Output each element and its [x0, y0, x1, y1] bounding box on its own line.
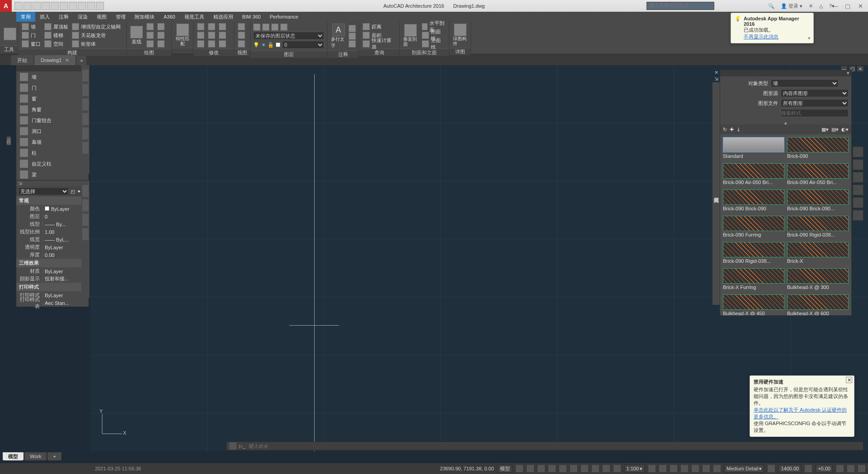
status-snap-icon[interactable] [527, 465, 534, 472]
style-cell-6[interactable]: Brick-090 Furring [723, 216, 784, 239]
stair-button[interactable]: 楼梯 [43, 31, 69, 39]
style-cell-5[interactable]: Brick-090 Brick-090... [787, 190, 849, 213]
layer-combo[interactable]: 0 [282, 41, 324, 49]
qat-project-icon[interactable] [78, 2, 86, 10]
nav-full-icon[interactable] [853, 147, 863, 157]
sb-src-select[interactable]: 内容库图形 [781, 89, 849, 97]
tab-addins[interactable]: 附加模块 [130, 12, 159, 22]
style-cell-7[interactable]: Brick-090 Rigid-038... [787, 216, 849, 239]
layerstate-combo[interactable]: 未保存的图层状态 [253, 32, 324, 40]
status-custom-icon[interactable] [858, 465, 865, 472]
props-section[interactable]: 三维效果– [16, 259, 89, 267]
detailcomp-button[interactable]: 详图构件 [452, 23, 468, 47]
style-cell-2[interactable]: Brick-090 Air-050 Bri... [723, 163, 784, 187]
search-button[interactable]: 🔍 [766, 2, 776, 10]
qat-redo-icon[interactable] [69, 2, 77, 10]
sb-menu-icon[interactable]: ▾ [847, 70, 849, 76]
qat-saveas-icon[interactable] [42, 2, 50, 10]
ceiling-button[interactable]: 天花板龙骨 [71, 31, 122, 39]
polyline-button[interactable] [146, 23, 155, 31]
status-cut[interactable]: +0.00 [816, 465, 833, 473]
sb-viewmode-icon[interactable]: ▦▾ [821, 127, 829, 133]
close-button[interactable]: ✕ [854, 2, 866, 10]
search-input[interactable] [647, 2, 714, 8]
tp-tab4[interactable] [82, 113, 89, 125]
status-elev-icon[interactable] [768, 465, 775, 472]
props-section[interactable]: 打印样式– [16, 283, 89, 291]
status-replace-icon[interactable] [836, 465, 844, 472]
space-button[interactable]: 空间 [43, 40, 69, 48]
status-clean-icon[interactable] [847, 465, 854, 472]
hatch-button[interactable] [156, 40, 165, 48]
signin-button[interactable]: 👤 登录 ▾ [779, 2, 804, 10]
status-3dosnap-icon[interactable] [570, 465, 577, 472]
window-button[interactable]: 窗口 [21, 40, 42, 48]
move-button[interactable] [196, 23, 205, 31]
doc-close-button[interactable]: ✕ [857, 66, 863, 71]
stylebrowser-pin[interactable]: ⇲ [712, 76, 720, 82]
status-qs-icon[interactable] [703, 465, 710, 472]
distance-button[interactable]: 距离 [362, 23, 396, 31]
status-space[interactable]: 模型 [498, 465, 512, 473]
status-tpy-icon[interactable] [613, 465, 621, 472]
qat-save-icon[interactable] [33, 2, 41, 10]
props-quick-icon[interactable]: ✦ [77, 189, 81, 194]
props-row[interactable]: 材质ByLayer [16, 267, 89, 275]
props-tab1[interactable] [82, 185, 89, 197]
drawing-canvas[interactable]: — ▢ ✕ Y X 北 南 西 东 上 WCS [90, 65, 868, 451]
sb-import-icon[interactable]: ⤓ [736, 127, 741, 133]
infocenter-search[interactable] [646, 2, 714, 10]
props-selector[interactable]: 无选择 [18, 187, 69, 195]
line-button[interactable]: 直线 [129, 25, 144, 46]
props-row[interactable]: 厚度0.00 [16, 251, 89, 259]
copy-button[interactable] [196, 31, 205, 39]
rect-button[interactable] [156, 23, 165, 31]
sb-sort-icon[interactable]: ▤▾ [831, 127, 839, 133]
qat-match-icon[interactable] [87, 2, 95, 10]
status-hw-icon[interactable] [681, 465, 688, 472]
view-btn1[interactable] [237, 23, 246, 31]
door-button[interactable]: 门 [21, 31, 42, 39]
status-ws-icon[interactable] [670, 465, 677, 472]
box-button[interactable]: 矩形体 [71, 40, 122, 48]
wall-button[interactable]: 墙 [21, 23, 42, 31]
notif2-close[interactable]: ✕ [846, 377, 852, 383]
tab-featured[interactable]: 精选应用 [209, 12, 238, 22]
style-cell-0[interactable]: Standard [723, 137, 784, 161]
tab-manage[interactable]: 管理 [111, 12, 130, 22]
scale-button[interactable] [207, 40, 216, 48]
style-cell-3[interactable]: Brick-090 Air-050 Bri... [787, 163, 849, 187]
tab-close-icon[interactable]: ✕ [65, 57, 69, 63]
tab-home[interactable]: 常用 [16, 12, 35, 22]
layerfrz-icon[interactable] [271, 24, 278, 31]
status-ortho-icon[interactable] [538, 465, 545, 472]
style-cell-1[interactable]: Brick-090 [787, 137, 849, 161]
tp-item-9[interactable]: 梁 [16, 169, 89, 180]
sb-search-input[interactable] [781, 109, 849, 117]
sb-add-icon[interactable]: ✚ [730, 127, 734, 133]
roofslab-button[interactable]: 屋顶板 [43, 23, 69, 31]
tab-annotate[interactable]: 注释 [54, 12, 73, 22]
minimize-button[interactable]: — [829, 2, 841, 10]
style-cell-4[interactable]: Brick-090 Brick-090 [723, 190, 784, 213]
arc-button[interactable] [146, 40, 155, 48]
layeriso-icon[interactable] [262, 24, 269, 31]
tp-item-3[interactable]: 角窗 [16, 104, 89, 115]
nav-showmotion-icon[interactable] [853, 210, 863, 221]
mirror-button[interactable] [207, 31, 216, 39]
layout-tab-work[interactable]: Work [24, 452, 47, 460]
props-section[interactable]: 常规– [16, 196, 89, 205]
tab-render[interactable]: 渲染 [73, 12, 92, 22]
sb-obj-select[interactable]: 墙 [771, 79, 839, 87]
sb-collapse-icon[interactable]: ▴ [720, 120, 851, 124]
layermgr-icon[interactable] [253, 24, 260, 31]
props-row[interactable]: 线型比例1.00 [16, 228, 89, 236]
props-row[interactable]: 线宽—— ByL... [16, 236, 89, 243]
dim-icon[interactable] [349, 25, 356, 32]
status-units-icon[interactable] [713, 465, 721, 472]
cmd-history-icon[interactable] [229, 442, 236, 450]
qat-layer-icon[interactable] [96, 2, 104, 10]
qat-print-icon[interactable] [51, 2, 59, 10]
tab-insert[interactable]: 插入 [35, 12, 54, 22]
tp-item-2[interactable]: 窗 [16, 93, 89, 104]
